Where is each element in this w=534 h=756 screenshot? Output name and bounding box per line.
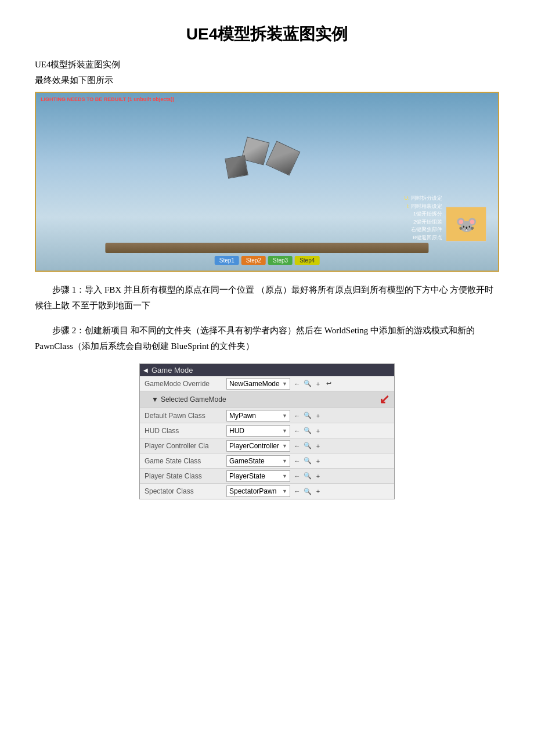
mickey-panel: 🐭 (446, 207, 486, 242)
steps-bar: Step1 Step2 Step3 Step4 (215, 256, 320, 265)
mickey-image: 🐭 (446, 207, 486, 242)
dropdown-arrow-icon: ▼ (282, 428, 287, 434)
gamemode-override-dropdown[interactable]: NewGameMode ▼ (226, 378, 290, 390)
dropdown-value: PlayerState (229, 472, 265, 480)
table-row: Player Controller Cla PlayerController ▼… (140, 438, 394, 453)
arrow-left-icon[interactable]: ← (293, 441, 302, 451)
step3-button[interactable]: Step3 (268, 256, 293, 265)
arrow-left-icon[interactable]: ← (293, 379, 302, 388)
table-row: Game State Class GameState ▼ ← 🔍 + (140, 453, 394, 469)
arrow-left-icon[interactable]: ← (293, 471, 302, 481)
add-icon[interactable]: + (313, 441, 323, 451)
search-icon[interactable]: 🔍 (303, 471, 312, 481)
dropdown-arrow-icon: ▼ (282, 488, 287, 494)
row-value-spectator: SpectatorPawn ▼ ← 🔍 + (224, 484, 394, 498)
step1-button[interactable]: Step1 (215, 256, 239, 265)
dropdown-arrow-icon: ▼ (282, 381, 287, 387)
keybind-2: 2键开始组装 (404, 218, 442, 226)
dropdown-value: MyPawn (229, 412, 256, 420)
cube-2 (225, 155, 248, 179)
arrow-left-icon[interactable]: ← (293, 487, 302, 496)
table-row: Default Pawn Class MyPawn ▼ ← 🔍 + (140, 408, 394, 423)
row-label-player-state: Player State Class (140, 470, 224, 482)
keybind-right: 右键聚焦部件 (404, 226, 442, 234)
final-effect-label: 最终效果如下图所示 (35, 75, 499, 86)
arrow-left-icon[interactable]: ← (293, 456, 302, 466)
red-arrow-icon: ↙ (379, 393, 389, 406)
dropdown-value: SpectatorPawn (229, 487, 276, 495)
add-icon[interactable]: + (313, 379, 323, 388)
dropdown-value: HUD (229, 427, 244, 435)
row-value-hud: HUD ▼ ← 🔍 + (224, 424, 394, 438)
row-value-gamemode-override: NewGameMode ▼ ← 🔍 + ↩ (224, 377, 394, 391)
dropdown-value: GameState (229, 457, 265, 465)
game-state-dropdown[interactable]: GameState ▼ (226, 455, 290, 467)
add-icon[interactable]: + (313, 456, 323, 466)
dropdown-arrow-icon: ▼ (282, 413, 287, 419)
row-value-default-pawn: MyPawn ▼ ← 🔍 + (224, 409, 394, 423)
header-arrow-icon: ◀ (143, 367, 148, 373)
table-row: HUD Class HUD ▼ ← 🔍 + (140, 423, 394, 438)
player-controller-dropdown[interactable]: PlayerController ▼ (226, 440, 290, 452)
subheader-label: Selected GameMode (161, 395, 226, 404)
add-icon[interactable]: + (313, 411, 323, 420)
warning-text: LIGHTING NEEDS TO BE REBUILT (1 unbuilt … (41, 96, 174, 102)
row-label-default-pawn: Default Pawn Class (140, 410, 224, 422)
paragraph-1: 步骤 1：导入 FBX 并且所有模型的原点在同一个位置 （原点）最好将所有原点归… (35, 282, 499, 314)
dropdown-value: PlayerController (229, 442, 279, 450)
row-value-game-state: GameState ▼ ← 🔍 + (224, 454, 394, 468)
hud-icons: ← 🔍 + (293, 426, 323, 435)
reset-icon[interactable]: ↩ (324, 379, 333, 388)
search-icon[interactable]: 🔍 (303, 487, 312, 496)
default-pawn-dropdown[interactable]: MyPawn ▼ (226, 410, 290, 422)
game-mode-panel: ◀ Game Mode GameMode Override NewGameMod… (139, 363, 395, 499)
player-controller-icons: ← 🔍 + (293, 441, 323, 451)
dropdown-arrow-icon: ▼ (282, 443, 287, 449)
paragraph-2: 步骤 2：创建新项目 和不同的文件夹（选择不具有初学者内容）然后在 WorldS… (35, 323, 499, 354)
row-label-hud: HUD Class (140, 425, 224, 437)
add-icon[interactable]: + (313, 471, 323, 481)
player-state-dropdown[interactable]: PlayerState ▼ (226, 470, 290, 482)
hud-dropdown[interactable]: HUD ▼ (226, 425, 290, 437)
search-icon[interactable]: 🔍 (303, 379, 312, 388)
table-row: Spectator Class SpectatorPawn ▼ ← 🔍 + (140, 484, 394, 499)
dropdown-arrow-icon: ▼ (282, 458, 287, 464)
arrow-left-icon[interactable]: ← (293, 411, 302, 420)
search-icon[interactable]: 🔍 (303, 411, 312, 420)
add-icon[interactable]: + (313, 426, 323, 435)
search-icon[interactable]: 🔍 (303, 456, 312, 466)
spectator-icons: ← 🔍 + (293, 487, 323, 496)
row-label-gamemode-override: GameMode Override (140, 378, 224, 390)
row-label-game-state: Game State Class (140, 455, 224, 467)
keybind-b: B键返回原点 (404, 234, 442, 242)
row-label-spectator: Spectator Class (140, 485, 224, 497)
gamemode-override-icons: ← 🔍 + ↩ (293, 379, 333, 388)
search-icon[interactable]: 🔍 (303, 441, 312, 451)
step4-button[interactable]: Step4 (295, 256, 319, 265)
subtitle: UE4模型拆装蓝图实例 (35, 59, 499, 70)
table-row: Player State Class PlayerState ▼ ← 🔍 + (140, 469, 394, 484)
default-pawn-icons: ← 🔍 + (293, 411, 323, 420)
player-state-icons: ← 🔍 + (293, 471, 323, 481)
step2-button[interactable]: Step2 (241, 256, 266, 265)
keybind-1: 1键开始拆分 (404, 210, 442, 218)
arrow-left-icon[interactable]: ← (293, 426, 302, 435)
search-icon[interactable]: 🔍 (303, 426, 312, 435)
screenshot-preview: LIGHTING NEEDS TO BE REBUILT (1 unbuilt … (35, 92, 499, 272)
game-mode-header: ◀ Game Mode (140, 364, 394, 376)
table-row: GameMode Override NewGameMode ▼ ← 🔍 + ↩ (140, 376, 394, 391)
dropdown-value: NewGameMode (229, 380, 280, 388)
add-icon[interactable]: + (313, 487, 323, 496)
dropdown-arrow-icon: ▼ (282, 473, 287, 479)
game-mode-header-label: Game Mode (151, 366, 193, 375)
game-state-icons: ← 🔍 + (293, 456, 323, 466)
keybinds-panel: U: 同时拆分设定 I: 同时相装设定 1键开始拆分 2键开始组装 右键聚焦部件… (404, 195, 442, 242)
page-title: UE4模型拆装蓝图实例 (35, 23, 499, 45)
row-label-player-controller: Player Controller Cla (140, 440, 224, 452)
keybind-u: U: 同时拆分设定 (404, 195, 442, 203)
spectator-dropdown[interactable]: SpectatorPawn ▼ (226, 485, 290, 497)
keybind-i: I: 同时相装设定 (404, 203, 442, 211)
ground-platform (105, 243, 428, 253)
selected-gamemode-subheader: ▼ Selected GameMode ↙ (140, 391, 394, 408)
row-value-player-controller: PlayerController ▼ ← 🔍 + (224, 439, 394, 453)
